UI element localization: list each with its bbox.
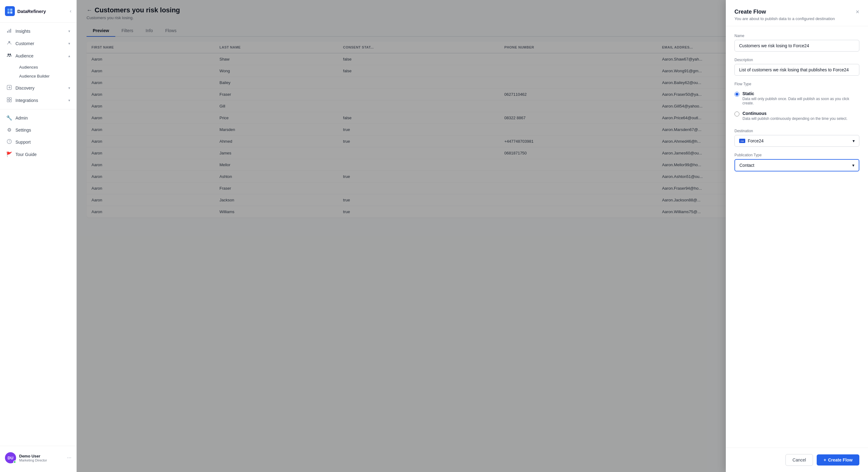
svg-rect-14 — [9, 100, 11, 102]
static-radio[interactable] — [735, 92, 739, 97]
force24-icon: F24 — [739, 139, 745, 143]
svg-rect-12 — [9, 98, 11, 99]
publication-type-value: Contact — [739, 163, 754, 168]
user-info: Demo User Marketing Director — [19, 454, 67, 462]
audience-label: Audience — [16, 54, 33, 58]
admin-label: Admin — [16, 115, 28, 121]
name-field-group: Name — [735, 34, 859, 52]
sidebar-header: DataRefinery ‹ — [0, 0, 76, 23]
integrations-label: Integrations — [16, 98, 38, 103]
logo: DataRefinery — [5, 6, 46, 16]
sidebar-item-insights[interactable]: Insights ▾ — [0, 25, 76, 37]
tour-guide-icon: 🚩 — [6, 151, 12, 157]
description-label: Description — [735, 58, 859, 62]
cancel-button[interactable]: Cancel — [785, 454, 813, 466]
publication-type-chevron: ▾ — [852, 163, 855, 168]
flow-type-continuous[interactable]: Continuous Data will publish continuousl… — [735, 109, 859, 123]
customer-label: Customer — [16, 41, 34, 46]
modal-footer: Cancel + Create Flow — [726, 448, 868, 472]
sidebar-item-discovery[interactable]: Discovery ▾ — [0, 82, 76, 94]
sidebar-item-customer[interactable]: Customer ▾ — [0, 37, 76, 50]
sidebar-item-admin[interactable]: 🔧 Admin — [0, 112, 76, 124]
sidebar-item-integrations[interactable]: Integrations ▾ — [0, 94, 76, 107]
main-content: ← Customers you risk losing Customers yo… — [77, 0, 868, 472]
publication-type-label: Publication Type — [735, 153, 859, 157]
avatar: DU — [5, 452, 16, 463]
destination-chevron: ▾ — [852, 138, 855, 143]
flow-type-label: Flow Type — [735, 82, 859, 86]
continuous-label: Continuous — [743, 111, 847, 116]
settings-label: Settings — [16, 128, 31, 133]
modal-title: Create Flow — [735, 9, 835, 15]
settings-icon: ⚙ — [6, 127, 12, 133]
destination-select[interactable]: F24 Force24 ▾ — [735, 135, 859, 147]
discovery-label: Discovery — [16, 86, 34, 91]
svg-point-8 — [8, 54, 9, 55]
sidebar-item-tour-guide[interactable]: 🚩 Tour Guide — [0, 148, 76, 160]
publication-type-section: Publication Type Contact ▾ — [735, 153, 859, 171]
sidebar-item-support[interactable]: ? Support — [0, 136, 76, 148]
flow-type-static[interactable]: Static Data will only publish once. Data… — [735, 89, 859, 107]
user-more-icon[interactable]: ⋯ — [67, 455, 71, 460]
continuous-desc: Data will publish continuously depending… — [743, 116, 847, 121]
support-icon: ? — [6, 139, 12, 145]
audience-icon — [6, 53, 12, 59]
svg-rect-13 — [7, 100, 9, 102]
sidebar-item-audience[interactable]: Audience ▴ — [0, 50, 76, 62]
create-flow-button[interactable]: + Create Flow — [817, 454, 859, 466]
insights-icon — [6, 28, 12, 34]
nav-divider — [0, 109, 76, 109]
audience-chevron: ▴ — [68, 54, 70, 58]
destination-value: Force24 — [748, 138, 764, 143]
user-menu-trigger[interactable]: DU Demo User Marketing Director ⋯ — [0, 448, 76, 467]
support-label: Support — [16, 140, 31, 144]
logo-icon — [5, 6, 15, 16]
svg-rect-5 — [9, 30, 9, 33]
flow-type-section: Flow Type Static Data will only publish … — [735, 82, 859, 123]
logo-text: DataRefinery — [17, 9, 46, 14]
name-input[interactable] — [735, 40, 859, 52]
insights-label: Insights — [16, 29, 30, 34]
sidebar-user-section: DU Demo User Marketing Director ⋯ — [0, 446, 76, 472]
svg-text:?: ? — [9, 140, 10, 143]
description-input[interactable] — [735, 64, 859, 76]
sidebar: DataRefinery ‹ Insights ▾ Customer ▾ — [0, 0, 77, 472]
svg-point-7 — [8, 41, 10, 43]
svg-rect-4 — [7, 31, 8, 33]
continuous-radio[interactable] — [735, 111, 739, 116]
modal-close-button[interactable]: × — [856, 9, 859, 15]
static-desc: Data will only publish once. Data will p… — [743, 97, 859, 105]
svg-rect-11 — [7, 98, 9, 99]
user-name: Demo User — [19, 454, 67, 459]
create-flow-modal: Create Flow You are about to publish dat… — [726, 0, 868, 472]
sidebar-nav: Insights ▾ Customer ▾ Audience ▴ — [0, 23, 76, 446]
modal-header: Create Flow You are about to publish dat… — [726, 0, 868, 26]
sidebar-item-settings[interactable]: ⚙ Settings — [0, 124, 76, 136]
audience-submenu: Audiences Audience Builder — [0, 62, 76, 82]
insights-chevron: ▾ — [68, 29, 70, 33]
customer-chevron: ▾ — [68, 41, 70, 46]
svg-text:F24: F24 — [741, 140, 744, 142]
svg-rect-3 — [10, 11, 12, 13]
svg-rect-1 — [10, 9, 12, 11]
sidebar-collapse-button[interactable]: ‹ — [70, 8, 71, 14]
sidebar-item-audiences[interactable]: Audiences — [16, 63, 76, 72]
svg-rect-2 — [7, 11, 9, 13]
admin-icon: 🔧 — [6, 115, 12, 121]
svg-rect-0 — [7, 9, 9, 11]
create-label: Create Flow — [828, 458, 852, 463]
discovery-icon — [6, 85, 12, 91]
publication-type-select[interactable]: Contact ▾ — [735, 159, 859, 171]
svg-rect-6 — [10, 29, 11, 33]
customer-icon — [6, 40, 12, 47]
discovery-chevron: ▾ — [68, 86, 70, 90]
static-label: Static — [743, 91, 859, 96]
destination-section: Destination F24 Force24 ▾ — [735, 129, 859, 147]
online-dot — [13, 461, 16, 463]
name-label: Name — [735, 34, 859, 38]
integrations-icon — [6, 97, 12, 103]
modal-subtitle: You are about to publish data to a confi… — [735, 16, 835, 21]
integrations-chevron: ▾ — [68, 98, 70, 103]
destination-label: Destination — [735, 129, 859, 133]
sidebar-item-audience-builder[interactable]: Audience Builder — [16, 72, 76, 80]
